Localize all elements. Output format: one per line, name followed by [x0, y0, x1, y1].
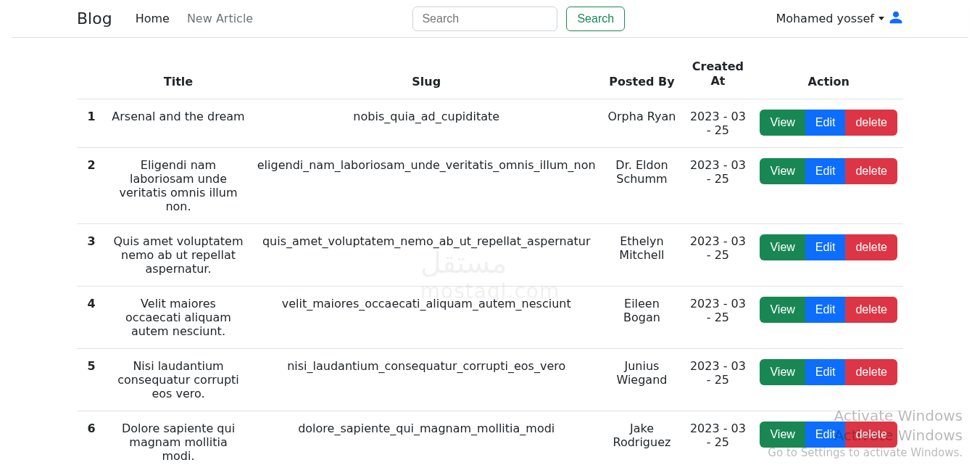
user-menu-toggle[interactable]: Mohamed yossef: [776, 12, 884, 25]
table-row: 4Velit maiores occaecati aliquam autem n…: [77, 287, 903, 349]
table-row: 6Dolore sapiente qui magnam mollitia mod…: [77, 411, 903, 474]
navbar: Blog Home New Article Search Mohamed yos…: [12, 0, 968, 38]
row-posted-by: Eileen Bogan: [602, 287, 681, 349]
table-row: 3Quis amet voluptatem nemo ab ut repella…: [77, 224, 903, 287]
col-created-at-l1: Created: [692, 59, 744, 73]
row-actions: ViewEditdelete: [754, 411, 903, 474]
table-row: 1Arsenal and the dreamnobis_quia_ad_cupi…: [77, 99, 903, 148]
col-action: Action: [754, 52, 903, 99]
row-posted-by: Junius Wiegand: [602, 349, 681, 411]
edit-button[interactable]: Edit: [805, 110, 846, 136]
search-input[interactable]: [412, 7, 557, 31]
row-slug: dolore_sapiente_qui_magnam_mollitia_modi: [251, 411, 602, 474]
col-title: Title: [106, 52, 251, 99]
row-index: 4: [77, 287, 106, 349]
col-slug: Slug: [251, 52, 602, 99]
edit-button[interactable]: Edit: [805, 234, 846, 260]
edit-button[interactable]: Edit: [805, 158, 846, 184]
row-index: 2: [77, 148, 106, 224]
table-row: 5Nisi laudantium consequatur corrupti eo…: [77, 349, 903, 411]
row-title: Velit maiores occaecati aliquam autem ne…: [106, 287, 251, 349]
row-actions: ViewEditdelete: [754, 99, 903, 148]
delete-button[interactable]: delete: [845, 158, 897, 184]
user-icon[interactable]: [889, 10, 903, 28]
row-created-at: 2023 - 03 - 25: [681, 411, 754, 474]
row-slug: nobis_quia_ad_cupiditate: [251, 99, 602, 148]
row-created-at: 2023 - 03 - 25: [681, 349, 754, 411]
brand[interactable]: Blog: [77, 9, 112, 28]
row-posted-by: Orpha Ryan: [602, 99, 681, 148]
row-actions: ViewEditdelete: [754, 224, 903, 287]
row-posted-by: Ethelyn Mitchell: [602, 224, 681, 287]
username-label: Mohamed yossef: [776, 12, 874, 25]
view-button[interactable]: View: [760, 359, 805, 385]
row-title: Dolore sapiente qui magnam mollitia modi…: [106, 411, 251, 474]
delete-button[interactable]: delete: [845, 359, 897, 385]
row-title: Arsenal and the dream: [106, 99, 251, 148]
row-created-at: 2023 - 03 - 25: [681, 287, 754, 349]
row-index: 5: [77, 349, 106, 411]
caret-down-icon: [879, 17, 884, 20]
edit-button[interactable]: Edit: [805, 421, 846, 448]
col-created-at: Created At: [681, 52, 754, 99]
row-slug: quis_amet_voluptatem_nemo_ab_ut_repellat…: [251, 224, 602, 287]
view-button[interactable]: View: [760, 110, 805, 136]
row-title: Nisi laudantium consequatur corrupti eos…: [106, 349, 251, 411]
table-row: 2Eligendi nam laboriosam unde veritatis …: [77, 148, 903, 224]
col-index: [77, 52, 106, 99]
row-created-at: 2023 - 03 - 25: [681, 148, 754, 224]
row-created-at: 2023 - 03 - 25: [681, 224, 754, 287]
row-actions: ViewEditdelete: [754, 148, 903, 224]
view-button[interactable]: View: [760, 421, 805, 448]
col-created-at-l2: At: [710, 74, 725, 88]
edit-button[interactable]: Edit: [805, 359, 846, 385]
row-created-at: 2023 - 03 - 25: [681, 99, 754, 148]
search-button[interactable]: Search: [566, 7, 625, 31]
main-container: Title Slug Posted By Created At Action 1…: [55, 38, 925, 473]
nav-new-article[interactable]: New Article: [178, 6, 262, 31]
row-index: 6: [77, 411, 106, 474]
col-posted-by: Posted By: [602, 52, 681, 99]
row-posted-by: Dr. Eldon Schumm: [602, 148, 681, 224]
view-button[interactable]: View: [760, 158, 805, 184]
view-button[interactable]: View: [760, 297, 805, 323]
delete-button[interactable]: delete: [845, 421, 897, 448]
view-button[interactable]: View: [760, 234, 805, 260]
nav-home[interactable]: Home: [127, 6, 178, 31]
articles-table: Title Slug Posted By Created At Action 1…: [77, 52, 903, 473]
edit-button[interactable]: Edit: [805, 297, 846, 323]
row-actions: ViewEditdelete: [754, 287, 903, 349]
delete-button[interactable]: delete: [845, 297, 897, 323]
row-slug: eligendi_nam_laboriosam_unde_veritatis_o…: [251, 148, 602, 224]
row-title: Quis amet voluptatem nemo ab ut repellat…: [106, 224, 251, 287]
delete-button[interactable]: delete: [845, 234, 897, 260]
row-posted-by: Jake Rodriguez: [602, 411, 681, 474]
row-slug: velit_maiores_occaecati_aliquam_autem_ne…: [251, 287, 602, 349]
row-actions: ViewEditdelete: [754, 349, 903, 411]
row-index: 1: [77, 99, 106, 148]
row-title: Eligendi nam laboriosam unde veritatis o…: [106, 148, 251, 224]
row-slug: nisi_laudantium_consequatur_corrupti_eos…: [251, 349, 602, 411]
delete-button[interactable]: delete: [845, 110, 897, 136]
row-index: 3: [77, 224, 106, 287]
